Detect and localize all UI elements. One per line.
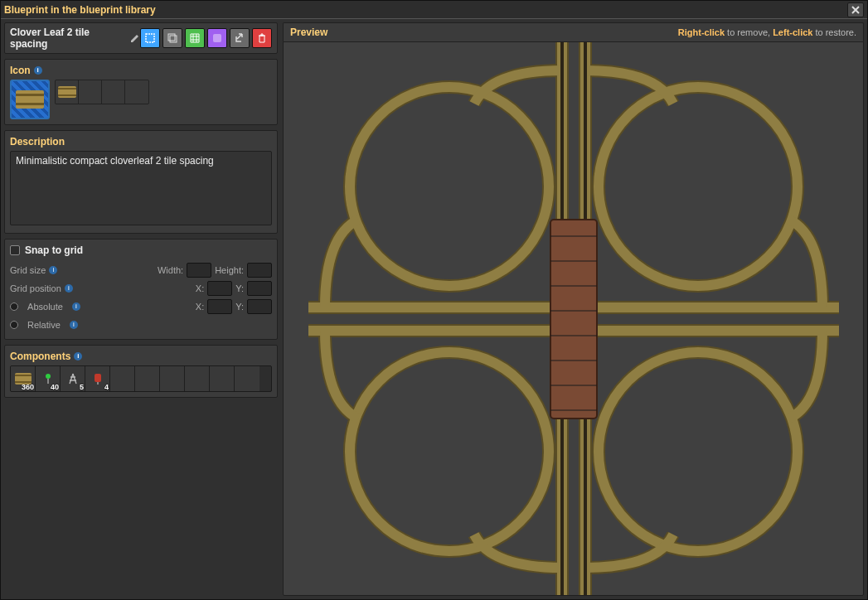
reassign-button[interactable]	[162, 28, 182, 48]
rail-icon	[16, 90, 44, 109]
close-button[interactable]	[847, 2, 864, 17]
component-rail[interactable]: 360	[11, 366, 36, 391]
icon-subslots	[55, 80, 149, 104]
component-slot[interactable]	[185, 366, 210, 391]
name-row: Clover Leaf 2 tile spacing	[4, 22, 278, 54]
svg-rect-3	[213, 34, 221, 42]
info-icon[interactable]: i	[49, 266, 57, 274]
preview-title: Preview	[290, 27, 327, 38]
info-icon[interactable]: i	[34, 66, 42, 75]
grid-width-input[interactable]	[187, 263, 211, 278]
component-big-electric-pole[interactable]: 5	[61, 366, 85, 391]
component-slot[interactable]	[110, 366, 135, 391]
info-icon[interactable]: i	[70, 321, 78, 329]
component-rail-chain-signal[interactable]: 4	[85, 366, 110, 391]
icon-slot-2[interactable]	[79, 80, 102, 104]
icon-section-header: Icon i	[10, 65, 272, 76]
preview-area[interactable]	[283, 41, 864, 596]
grid-y-input[interactable]	[247, 281, 272, 296]
component-slot[interactable]	[235, 366, 259, 391]
snap-to-grid-checkbox[interactable]	[10, 245, 20, 255]
icon-slot-4[interactable]	[125, 80, 148, 104]
info-icon[interactable]: i	[72, 302, 80, 311]
relative-radio[interactable]	[10, 321, 18, 329]
x-label: X:	[196, 283, 204, 293]
components-panel: Components i 3604054	[4, 345, 278, 398]
svg-point-15	[599, 352, 798, 551]
select-icon	[144, 32, 156, 44]
y-label: Y:	[235, 283, 244, 293]
abs-y-input[interactable]	[247, 299, 272, 314]
abs-x-input[interactable]	[207, 299, 232, 314]
component-slot[interactable]	[135, 366, 160, 391]
svg-rect-0	[146, 34, 154, 42]
color-button[interactable]	[207, 28, 227, 48]
svg-rect-16	[550, 220, 597, 419]
svg-point-14	[350, 352, 549, 551]
icon-panel: Icon i	[4, 59, 278, 125]
component-count: 4	[104, 383, 109, 391]
grid-toggle-button[interactable]	[185, 28, 205, 48]
grid-size-label: Grid size	[10, 265, 46, 275]
rail-icon	[58, 86, 76, 98]
width-label: Width:	[158, 265, 183, 275]
rename-button[interactable]	[130, 33, 140, 43]
components-grid: 3604054	[10, 365, 272, 392]
titlebar: Blueprint in the blueprint library	[1, 1, 867, 19]
absolute-radio[interactable]	[10, 302, 18, 311]
export-icon	[234, 32, 245, 44]
grid-position-label: Grid position	[10, 283, 61, 293]
grid-icon	[189, 32, 201, 44]
svg-point-13	[599, 87, 798, 286]
relative-label: Relative	[27, 320, 61, 330]
cloverleaf-preview	[308, 41, 839, 596]
grid-height-input[interactable]	[247, 263, 272, 278]
description-input[interactable]	[10, 151, 272, 225]
description-panel: Description	[4, 130, 278, 234]
x-label: X:	[196, 302, 204, 312]
icon-slot-1[interactable]	[56, 80, 79, 104]
svg-rect-6	[95, 374, 101, 382]
preview-header: Preview Right-click to remove, Left-clic…	[283, 22, 864, 41]
blueprint-toolbar	[140, 28, 272, 48]
absolute-label: Absolute	[27, 302, 63, 312]
trash-icon	[257, 33, 267, 43]
component-slot[interactable]	[160, 366, 185, 391]
layers-icon	[167, 32, 178, 44]
icon-slot-3[interactable]	[102, 80, 125, 104]
export-string-button[interactable]	[230, 28, 250, 48]
preview-help: Right-click to remove, Left-click to res…	[678, 27, 856, 37]
component-count: 360	[22, 383, 34, 391]
right-column: Preview Right-click to remove, Left-clic…	[283, 22, 864, 596]
description-header: Description	[10, 136, 272, 148]
height-label: Height:	[215, 265, 244, 275]
blueprint-window: Blueprint in the blueprint library Clove…	[0, 0, 868, 600]
delete-button[interactable]	[252, 28, 272, 48]
close-icon	[851, 6, 860, 14]
component-rail-signal[interactable]: 40	[36, 366, 61, 391]
svg-point-4	[46, 374, 51, 379]
pencil-icon	[130, 33, 140, 43]
svg-rect-1	[168, 34, 175, 41]
y-label: Y:	[235, 302, 244, 312]
select-new-contents-button[interactable]	[140, 28, 160, 48]
components-header: Components i	[10, 351, 272, 362]
chain-signal-icon	[91, 372, 104, 385]
component-count: 5	[80, 383, 84, 391]
snap-label: Snap to grid	[25, 244, 83, 256]
info-icon[interactable]: i	[74, 352, 82, 360]
svg-rect-7	[97, 382, 99, 385]
big-pole-icon	[66, 372, 80, 385]
blueprint-name: Clover Leaf 2 tile spacing	[10, 27, 125, 50]
grid-x-input[interactable]	[207, 281, 232, 296]
component-count: 40	[51, 383, 59, 391]
window-title: Blueprint in the blueprint library	[4, 4, 156, 16]
info-icon[interactable]: i	[65, 284, 73, 293]
component-slot[interactable]	[210, 366, 235, 391]
svg-point-12	[350, 87, 549, 286]
svg-rect-2	[170, 36, 177, 42]
svg-rect-5	[47, 379, 49, 384]
left-column: Clover Leaf 2 tile spacing	[4, 22, 278, 596]
blueprint-main-icon-slot[interactable]	[10, 80, 50, 119]
color-icon	[212, 33, 222, 43]
